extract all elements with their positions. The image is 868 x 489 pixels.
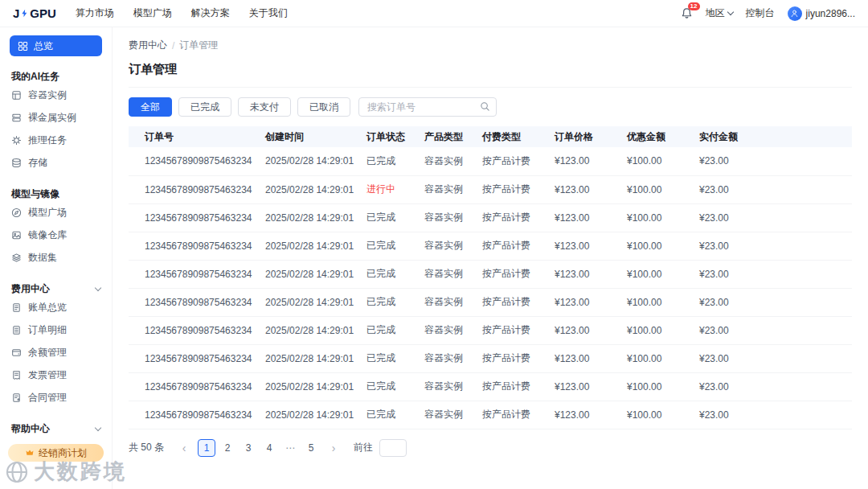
nav-item-1[interactable]: 算力市场 [76,6,114,20]
region-label: 地区 [706,6,725,20]
breadcrumb: 费用中心 / 订单管理 [129,39,852,52]
column-header: 订单号 [129,126,259,147]
page-number-4[interactable]: 4 [260,439,278,457]
order-status-cell: 已完成 [360,288,418,316]
order-no-cell: 12345678909875463234 [129,175,259,203]
pay-type-cell: 按产品计费 [476,175,548,203]
sidebar-item-label: 发票管理 [28,368,67,382]
actual-amount-cell: ¥23.00 [693,232,852,260]
notification-bell[interactable]: 12 [681,7,693,19]
next-page-button[interactable]: › [325,439,342,457]
table-row: 123456789098754632342025/02/28 14:29:01已… [129,344,852,372]
search-button[interactable] [480,101,490,112]
actual-amount-cell: ¥23.00 [693,372,852,401]
order-status-cell: 已完成 [360,316,418,344]
created-time-cell: 2025/02/28 14:29:01 [259,372,360,401]
main-content: 费用中心 / 订单管理 订单管理 全部已完成未支付已取消 订单号创建时间订单状态… [113,27,868,489]
column-header: 实付金额 [693,126,852,147]
column-header: 创建时间 [259,126,360,147]
pay-type-cell: 按产品计费 [476,316,548,344]
table-row: 123456789098754632342025/02/28 14:29:01已… [129,232,852,260]
sidebar-item-label: 合同管理 [28,391,67,405]
sidebar-sections: 我的AI任务容器实例裸金属实例推理任务存储模型与镜像模型广场镜像仓库数据集费用中… [0,69,112,436]
sidebar-item-label: 存储 [28,156,47,170]
sidebar-item-inference[interactable]: 推理任务 [0,129,112,151]
page-number-5[interactable]: 5 [302,439,320,457]
breadcrumb-parent[interactable]: 费用中心 [129,39,167,52]
filter-tabs: 全部已完成未支付已取消 [129,97,350,117]
sidebar-item-bill[interactable]: 账单总览 [0,296,112,318]
product-type-cell: 容器实例 [418,372,476,401]
discount-amount-cell: ¥100.00 [620,203,693,232]
logo-text-left: J [13,6,19,20]
logo-bolt-icon [19,8,30,18]
nav-item-4[interactable]: 关于我们 [249,6,288,20]
page-number-1[interactable]: 1 [198,439,215,457]
filter-tab-3[interactable]: 未支付 [238,97,291,117]
order-no-cell: 12345678909875463234 [129,288,259,316]
sidebar-section-title[interactable]: 费用中心 [0,281,112,296]
app-body: 总览 我的AI任务容器实例裸金属实例推理任务存储模型与镜像模型广场镜像仓库数据集… [0,27,868,489]
created-time-cell: 2025/02/28 14:29:01 [259,288,360,316]
product-type-cell: 容器实例 [418,344,476,372]
product-type-cell: 容器实例 [418,203,476,232]
order-price-cell: ¥123.00 [548,203,620,232]
nav-item-3[interactable]: 解决方案 [191,6,230,20]
product-type-cell: 容器实例 [418,232,476,260]
page-ellipsis: ⋯ [281,439,299,457]
pay-type-cell: 按产品计费 [476,203,548,232]
dashboard-icon [18,41,28,51]
sidebar-item-order[interactable]: 订单明细 [0,318,112,341]
filter-tab-2[interactable]: 已完成 [178,97,231,117]
sidebar-item-invoice[interactable]: 发票管理 [0,364,112,386]
sidebar-item-image-repo[interactable]: 镜像仓库 [0,224,112,246]
order-no-cell: 12345678909875463234 [129,344,259,372]
sidebar-item-balance[interactable]: 余额管理 [0,341,112,364]
filter-tab-4[interactable]: 已取消 [297,97,350,117]
region-selector[interactable]: 地区 [706,6,733,20]
nav-item-2[interactable]: 模型广场 [133,6,172,20]
sidebar-item-dataset[interactable]: 数据集 [0,246,112,269]
goto-page-input[interactable] [379,439,407,457]
avatar [788,6,802,21]
sidebar-item-contract[interactable]: 合同管理 [0,386,112,409]
prev-page-button[interactable]: ‹ [175,439,193,457]
discount-amount-cell: ¥100.00 [620,232,693,260]
image-repo-icon [11,230,22,240]
dealer-plan-button[interactable]: 经销商计划 [8,444,104,462]
table-row: 123456789098754632342025/02/28 14:29:01进… [129,175,852,203]
filter-tab-1[interactable]: 全部 [129,97,172,117]
sidebar-item-overview[interactable]: 总览 [10,35,102,56]
order-price-cell: ¥123.00 [548,372,620,401]
pay-type-cell: 按产品计费 [476,260,548,288]
sidebar-item-baremetal[interactable]: 裸金属实例 [0,106,112,129]
table-row: 123456789098754632342025/02/28 14:29:01已… [129,372,852,401]
search-input[interactable] [358,97,497,117]
actual-amount-cell: ¥23.00 [693,175,852,203]
page-number-2[interactable]: 2 [219,439,236,457]
logo[interactable]: J GPU [13,6,56,20]
discount-amount-cell: ¥100.00 [620,401,693,429]
page-numbers: 1234⋯5 [198,439,320,457]
filter-toolbar: 全部已完成未支付已取消 [129,97,852,117]
page-number-3[interactable]: 3 [240,439,257,457]
sidebar-item-storage[interactable]: 存储 [0,151,112,174]
order-icon [11,325,22,335]
sidebar-item-container[interactable]: 容器实例 [0,84,112,106]
order-status-cell: 已完成 [360,232,418,260]
console-link[interactable]: 控制台 [746,6,775,20]
pay-type-cell: 按产品计费 [476,147,548,175]
pay-type-cell: 按产品计费 [476,288,548,316]
created-time-cell: 2025/02/28 14:29:01 [259,260,360,288]
actual-amount-cell: ¥23.00 [693,401,852,429]
order-no-cell: 12345678909875463234 [129,372,259,401]
table-row: 123456789098754632342025/02/28 14:29:01已… [129,288,852,316]
created-time-cell: 2025/02/28 14:29:01 [259,316,360,344]
sidebar-item-model-market[interactable]: 模型广场 [0,201,112,224]
sidebar-item-label: 推理任务 [28,134,67,147]
column-header: 优惠金额 [620,126,693,147]
sidebar-section-title[interactable]: 帮助中心 [0,421,112,436]
baremetal-icon [11,113,22,123]
user-menu[interactable]: jiyun2896... [788,6,855,21]
table-row: 123456789098754632342025/02/28 14:29:01已… [129,147,852,175]
